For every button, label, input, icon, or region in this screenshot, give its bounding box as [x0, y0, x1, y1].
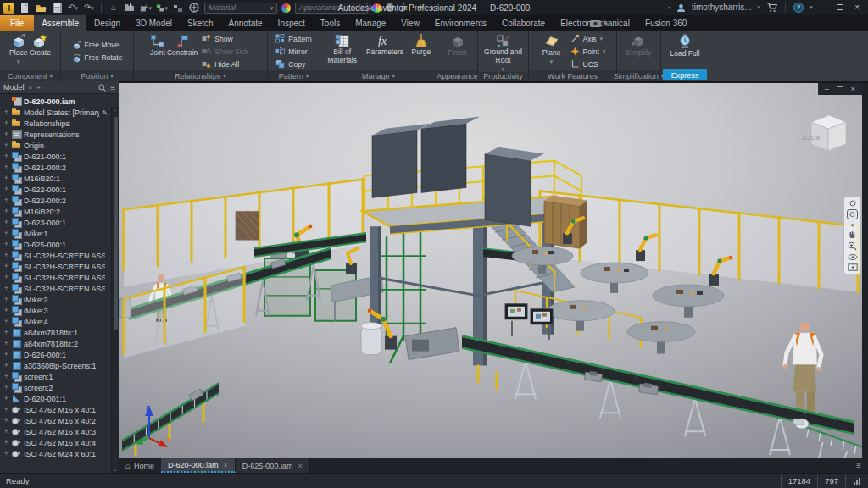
tree-item[interactable]: ISO 4762 M16 x 40:1	[2, 404, 119, 415]
tree-item[interactable]: D-623-000:1	[2, 217, 119, 228]
pattern-group-label[interactable]: Pattern▾	[268, 70, 320, 81]
scroll-up-icon[interactable]: ⌃	[113, 107, 117, 115]
expander-icon[interactable]	[3, 164, 9, 171]
orbit-icon[interactable]	[848, 253, 858, 261]
steering-wheel-icon[interactable]	[847, 209, 858, 219]
home-icon[interactable]: ⌂	[108, 3, 120, 14]
tree-item[interactable]: M16iB20:1	[2, 173, 119, 184]
expander-icon[interactable]	[3, 439, 9, 446]
inventor-logo-icon[interactable]	[3, 3, 14, 14]
open-file-icon[interactable]	[35, 3, 47, 14]
search-icon[interactable]	[98, 84, 106, 92]
expander-icon[interactable]	[3, 329, 9, 336]
expander-icon[interactable]	[3, 152, 9, 160]
ribbon-tab[interactable]: Sketch	[180, 15, 221, 30]
point-button[interactable]: Point▾	[568, 45, 609, 58]
tree-item[interactable]: screen:1	[2, 371, 119, 382]
search-collapse-icon[interactable]: ◂	[667, 4, 670, 10]
navbar-caret-icon[interactable]: ▾	[851, 222, 854, 228]
open-folder-icon[interactable]	[124, 3, 136, 14]
expander-icon[interactable]	[3, 197, 9, 204]
ribbon-tab[interactable]: 3D Model	[128, 15, 180, 30]
browser-tab-label[interactable]: Model	[3, 83, 25, 92]
expander-icon[interactable]	[3, 219, 9, 226]
place-dropdown-icon[interactable]: ▾	[17, 58, 20, 64]
3d-model-scene[interactable]	[119, 83, 868, 458]
expander-icon[interactable]	[3, 395, 9, 402]
expander-icon[interactable]	[3, 362, 9, 369]
minimize-button[interactable]: –	[819, 3, 829, 12]
manage-group-label[interactable]: Manage▾	[320, 70, 437, 81]
document-tab[interactable]: ⌂ Home ×	[119, 458, 161, 473]
expander-icon[interactable]	[3, 285, 9, 292]
scroll-down-icon[interactable]: ⌄	[113, 464, 117, 473]
appearance-group-label[interactable]: Appearance	[437, 70, 477, 81]
ground-and-root-button[interactable]: Ground and Root ▾	[480, 32, 526, 72]
ribbon-tab[interactable]: Design	[86, 15, 128, 30]
show-button[interactable]: Show	[199, 32, 251, 45]
tree-item[interactable]: Representations	[2, 129, 119, 140]
doc-close-icon[interactable]: ×	[851, 85, 855, 93]
document-tab[interactable]: ⌂ D-625-000.iam ×	[236, 458, 310, 473]
ribbon-tab[interactable]: View	[393, 15, 427, 30]
close-browser-icon[interactable]: ×	[29, 84, 33, 92]
tree-item[interactable]: iMike:2	[2, 294, 119, 305]
tree-item[interactable]: screen:2	[2, 382, 119, 393]
wheel-icon[interactable]	[188, 3, 200, 14]
expander-icon[interactable]	[3, 119, 9, 127]
fullnav-sphere-icon[interactable]	[849, 200, 856, 207]
close-button[interactable]: ×	[852, 3, 862, 12]
tree-item[interactable]: a84xm7818ftc:1	[2, 327, 119, 338]
user-name[interactable]: timothysharris...	[692, 3, 752, 12]
bill-of-materials-button[interactable]: Bill of Materials	[322, 32, 362, 70]
zoom-icon[interactable]	[848, 241, 857, 251]
tree-item[interactable]: D-622-000:2	[2, 195, 119, 206]
expander-icon[interactable]	[3, 130, 9, 138]
screenshot-tool-icon[interactable]: ▾	[583, 15, 614, 30]
tree-item[interactable]: SL-C32H-SCREEN ASSY-02:1	[2, 250, 119, 261]
pattern-button[interactable]: Pattern	[273, 32, 314, 45]
tree-item[interactable]: D-620-000.iam	[2, 96, 119, 107]
pan-hand-icon[interactable]	[848, 230, 857, 239]
add-browser-tab-icon[interactable]: +	[36, 84, 41, 92]
tree-item[interactable]: D-621-000:2	[2, 162, 119, 173]
ucs-button[interactable]: UCS	[568, 58, 609, 70]
tree-item[interactable]: Model States: [Primary]	[2, 107, 119, 118]
component-tool-icon[interactable]: ▾	[140, 3, 152, 14]
expander-icon[interactable]	[3, 175, 9, 182]
tree-item[interactable]: Origin	[2, 140, 119, 151]
ribbon-tab[interactable]: Annotate	[221, 15, 270, 30]
save-icon[interactable]	[51, 3, 63, 14]
tree-item[interactable]: SL-C32H-SCREEN ASSY-02:2	[2, 272, 119, 283]
tree-item[interactable]: a303608lp-Screens:1	[2, 360, 119, 371]
expander-icon[interactable]	[3, 108, 9, 116]
color-wheel-icon[interactable]	[281, 3, 291, 13]
load-full-button[interactable]: Load Full	[670, 32, 700, 69]
ribbon-tab[interactable]: Tools	[313, 15, 348, 30]
ribbon-tab[interactable]: File	[0, 15, 34, 30]
ribbon-tab[interactable]: Assemble	[34, 15, 86, 30]
help-menu-caret-icon[interactable]: ▾	[810, 4, 813, 10]
component-group-label[interactable]: Component▾	[0, 70, 60, 81]
purge-button[interactable]: Purge	[408, 32, 435, 70]
ground-root-dropdown-icon[interactable]: ▾	[502, 66, 505, 72]
view-cube[interactable]: BOTTOM	[802, 105, 851, 154]
expander-icon[interactable]	[3, 373, 9, 380]
doc-restore-icon[interactable]	[837, 86, 843, 92]
plane-button[interactable]: Plane ▾	[537, 32, 566, 70]
close-tab-icon[interactable]: ×	[296, 462, 302, 470]
parameters-button[interactable]: fx Parameters	[364, 32, 405, 70]
expander-icon[interactable]	[3, 274, 9, 281]
expander-icon[interactable]	[3, 384, 9, 391]
tree-item[interactable]: iMike:3	[2, 305, 119, 316]
free-move-button[interactable]: Free Move	[70, 39, 125, 52]
mirror-button[interactable]: Mirror	[273, 45, 314, 58]
create-button[interactable]: Create	[29, 32, 51, 70]
relationships-group-label[interactable]: Relationships▾	[134, 70, 267, 81]
browser-menu-icon[interactable]: ≡	[110, 83, 115, 92]
expander-icon[interactable]	[3, 230, 9, 237]
tree-item[interactable]: D-626-000:1	[2, 349, 119, 360]
browser-scrollbar[interactable]: ⌃ ⌄	[111, 107, 119, 473]
ribbon-tab[interactable]: Collaborate	[494, 15, 553, 30]
expander-icon[interactable]	[3, 450, 9, 458]
